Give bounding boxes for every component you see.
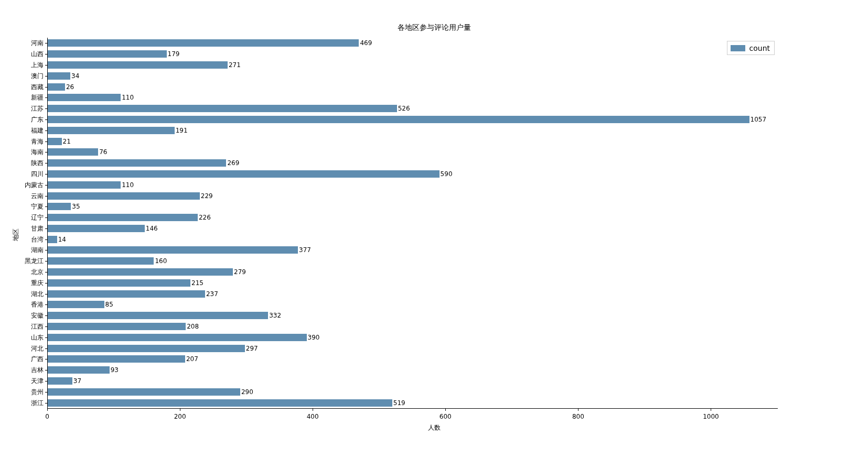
y-tick-mark (45, 239, 47, 240)
x-tick-mark (578, 409, 578, 411)
y-tick-mark (45, 174, 47, 174)
x-tick-mark (445, 409, 446, 411)
bar-row: 208 (48, 323, 186, 330)
y-tick-label: 台湾 (2, 235, 44, 244)
x-tick-mark (711, 409, 711, 411)
bar (48, 225, 145, 232)
bar-value-label: 526 (398, 105, 410, 112)
bar (48, 181, 121, 189)
y-tick-label: 江西 (2, 322, 44, 331)
bar-row: 37 (48, 377, 72, 385)
y-tick-label: 河南 (2, 39, 44, 48)
y-tick-mark (45, 54, 47, 54)
bar (48, 214, 198, 221)
bar-value-label: 191 (176, 127, 188, 134)
bar-value-label: 237 (206, 290, 218, 298)
bar-row: 207 (48, 355, 185, 363)
chart-title: 各地区参与评论用户量 (0, 23, 868, 32)
y-tick-mark (45, 119, 47, 120)
bar (48, 355, 185, 363)
y-tick-mark (45, 250, 47, 250)
y-tick-mark (45, 381, 47, 381)
bar-row: 110 (48, 94, 121, 101)
bar (48, 312, 268, 319)
bar (48, 279, 190, 287)
x-tick-mark (47, 409, 48, 411)
y-tick-label: 浙江 (2, 398, 44, 407)
y-tick-label: 河北 (2, 344, 44, 353)
bar (48, 170, 440, 178)
bar-value-label: 35 (72, 203, 80, 210)
bar (48, 268, 233, 276)
bar-row: 229 (48, 192, 200, 200)
bar-row: 1057 (48, 116, 749, 123)
bar-value-label: 37 (73, 377, 81, 385)
y-tick-mark (45, 272, 47, 272)
bar-value-label: 269 (227, 159, 239, 167)
bar-value-label: 519 (393, 399, 405, 407)
x-tick-label: 1000 (703, 413, 719, 420)
bar (48, 323, 186, 330)
bar (48, 236, 57, 243)
y-tick-label: 海南 (2, 148, 44, 157)
y-tick-label: 香港 (2, 300, 44, 309)
bar-row: 237 (48, 290, 205, 298)
bar (48, 72, 70, 80)
y-tick-mark (45, 108, 47, 109)
bar (48, 105, 397, 112)
bar-row: 519 (48, 399, 392, 407)
y-tick-mark (45, 326, 47, 327)
bar-value-label: 377 (299, 246, 311, 254)
bar-row: 76 (48, 148, 98, 156)
y-tick-label: 贵州 (2, 387, 44, 396)
bar-value-label: 208 (187, 323, 199, 330)
legend-text: count (749, 44, 770, 52)
bar-row: 226 (48, 214, 198, 221)
bar-row: 14 (48, 236, 57, 243)
bar-value-label: 215 (191, 279, 203, 287)
y-tick-mark (45, 87, 47, 88)
bar-value-label: 226 (199, 214, 211, 221)
y-tick-mark (45, 261, 47, 261)
y-tick-mark (45, 348, 47, 349)
bar-row: 21 (48, 138, 62, 145)
bar (48, 388, 240, 396)
x-tick-label: 200 (174, 413, 186, 420)
y-tick-mark (45, 228, 47, 229)
bar-value-label: 160 (155, 257, 167, 265)
bar-row: 469 (48, 39, 359, 47)
bar-row: 390 (48, 334, 307, 341)
bar-value-label: 332 (269, 312, 281, 319)
bar (48, 50, 167, 58)
y-tick-label: 内蒙古 (2, 180, 44, 189)
y-tick-mark (45, 76, 47, 77)
x-tick-label: 0 (45, 413, 49, 420)
y-tick-label: 新疆 (2, 93, 44, 102)
bar-value-label: 469 (360, 39, 372, 47)
bar (48, 257, 154, 265)
bar-row: 332 (48, 312, 268, 319)
y-tick-label: 西藏 (2, 82, 44, 91)
x-axis-label: 人数 (0, 423, 868, 432)
legend: count (727, 41, 775, 55)
bar-row: 297 (48, 345, 245, 352)
bar-row: 146 (48, 225, 145, 232)
bar-value-label: 85 (105, 301, 113, 308)
x-tick-label: 600 (440, 413, 452, 420)
y-tick-mark (45, 217, 47, 218)
bar (48, 399, 392, 407)
y-tick-mark (45, 294, 47, 295)
bar (48, 116, 749, 123)
y-tick-mark (45, 359, 47, 359)
y-tick-label: 广东 (2, 115, 44, 124)
bar-value-label: 207 (186, 355, 198, 363)
y-tick-mark (45, 206, 47, 207)
y-tick-label: 天津 (2, 377, 44, 386)
bar-row: 85 (48, 301, 104, 308)
y-tick-label: 黑龙江 (2, 257, 44, 266)
bar-value-label: 93 (111, 366, 119, 374)
y-tick-mark (45, 337, 47, 338)
bar (48, 127, 175, 134)
y-tick-mark (45, 152, 47, 152)
bar-row: 35 (48, 203, 71, 210)
